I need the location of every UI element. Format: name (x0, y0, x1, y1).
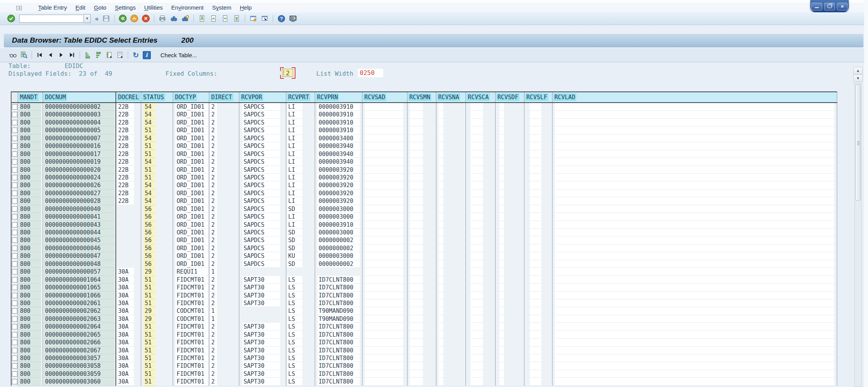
cell-rcvsca[interactable] (466, 331, 496, 339)
cell-rcvsdf[interactable] (496, 158, 524, 166)
cell-rcvlad[interactable] (553, 213, 837, 221)
cell-docrel[interactable]: 30A (116, 307, 141, 315)
cell-docrel[interactable]: 30A (116, 339, 141, 346)
cell-rcvprt[interactable]: LS (286, 331, 315, 339)
table-row[interactable]: 800000000000000206430A51FIDCMT012SAPT30L… (12, 323, 837, 331)
cell-rcvsad[interactable] (362, 158, 407, 166)
row-checkbox[interactable] (12, 143, 17, 149)
cell-docrel[interactable]: 30A (116, 347, 141, 354)
table-row[interactable]: 800000000000000001622B51ORD_ID012SAPDCSL… (12, 142, 837, 150)
cell-docnum[interactable]: 0000000000000040 (43, 205, 116, 213)
cell-rcvlad[interactable] (553, 181, 837, 189)
set-values-button[interactable] (105, 50, 114, 60)
cell-rcvlad[interactable] (553, 166, 837, 174)
window-menu-icon[interactable] (16, 5, 22, 10)
cell-rcvsna[interactable] (436, 119, 466, 126)
cell-rcvprn[interactable]: T90MAND090 (315, 315, 362, 323)
cell-rcvsmn[interactable] (407, 362, 436, 370)
cell-rcvlad[interactable] (553, 292, 837, 299)
cell-rcvslf[interactable] (524, 181, 553, 189)
cell-doctyp[interactable]: ORD_ID01 (173, 197, 209, 205)
cell-status[interactable]: 54 (141, 197, 173, 205)
cell-doctyp[interactable]: ORD_ID01 (173, 158, 209, 166)
cell-rcvsca[interactable] (466, 197, 496, 205)
new-session-button[interactable] (249, 14, 258, 23)
table-row[interactable]: 800000000000000002622B54ORD_ID012SAPDCSL… (12, 181, 837, 189)
cell-rcvsmn[interactable] (407, 252, 436, 260)
cell-rcvsmn[interactable] (407, 150, 436, 158)
vertical-scrollbar-track[interactable] (855, 83, 861, 387)
cell-rcvsna[interactable] (436, 166, 466, 174)
cell-rcvsdf[interactable] (496, 142, 524, 150)
row-checkbox[interactable] (12, 253, 17, 259)
cell-rcvsmn[interactable] (407, 244, 436, 252)
cell-doctyp[interactable]: ORD_ID01 (173, 205, 209, 213)
cell-rcvsad[interactable] (362, 135, 407, 142)
cell-rcvsmn[interactable] (407, 370, 436, 378)
row-checkbox[interactable] (12, 167, 17, 173)
row-checkbox[interactable] (12, 198, 17, 204)
cell-rcvprn[interactable]: T90MAND090 (315, 307, 362, 315)
cell-rcvpor[interactable] (239, 315, 286, 323)
cell-rcvslf[interactable] (524, 370, 553, 378)
table-row[interactable]: 800000000000000106430A51FIDCMT012SAPT30L… (12, 276, 837, 284)
cell-docrel[interactable]: 30A (116, 362, 141, 370)
cell-rcvsca[interactable] (466, 354, 496, 362)
cell-rcvpor[interactable]: SAPDCS (239, 244, 286, 252)
cell-status[interactable]: 29 (141, 307, 173, 315)
cell-doctyp[interactable]: CODCMT01 (173, 315, 209, 323)
cell-doctyp[interactable]: ORD_ID01 (173, 189, 209, 197)
cell-rcvsad[interactable] (362, 244, 407, 252)
cell-rcvprt[interactable]: SD (286, 260, 315, 268)
cell-rcvprt[interactable] (286, 268, 315, 276)
cell-docnum[interactable]: 0000000000002064 (43, 323, 116, 331)
cell-mandt[interactable]: 800 (18, 221, 43, 229)
cell-rcvsmn[interactable] (407, 126, 436, 134)
cell-doctyp[interactable]: ORD_ID01 (173, 174, 209, 181)
cell-rcvsad[interactable] (362, 181, 407, 189)
cell-rcvprt[interactable]: LS (286, 354, 315, 362)
cell-status[interactable]: 51 (141, 284, 173, 291)
cell-doctyp[interactable]: FIDCMT01 (173, 323, 209, 331)
collapse-toolbar-icon[interactable]: « (95, 15, 98, 22)
cell-direct[interactable]: 2 (209, 244, 239, 252)
cell-rcvsdf[interactable] (496, 378, 524, 385)
cell-rcvsca[interactable] (466, 284, 496, 291)
cell-direct[interactable]: 2 (209, 166, 239, 174)
cell-docrel[interactable] (116, 260, 141, 268)
cell-docnum[interactable]: 0000000000001064 (43, 276, 116, 284)
cell-rcvsna[interactable] (436, 362, 466, 370)
cell-rcvprn[interactable]: ID7CLNT800 (315, 323, 362, 331)
list-width-value[interactable]: 0250 (358, 69, 383, 77)
table-row[interactable]: 800000000000000004056ORD_ID012SAPDCSSD00… (12, 205, 837, 213)
table-row[interactable]: 800000000000000305830A51FIDCMT012SAPT30L… (12, 362, 837, 370)
cell-mandt[interactable]: 800 (18, 213, 43, 221)
cell-mandt[interactable]: 800 (18, 189, 43, 197)
cell-rcvsca[interactable] (466, 126, 496, 134)
cell-rcvpor[interactable]: SAPDCS (239, 189, 286, 197)
table-row[interactable]: 800000000000000306030A51FIDCMT012SAPT30L… (12, 378, 837, 385)
cell-rcvprt[interactable]: LI (286, 181, 315, 189)
cell-rcvsdf[interactable] (496, 339, 524, 346)
cell-rcvslf[interactable] (524, 158, 553, 166)
choose-fields-button[interactable] (115, 50, 125, 60)
cell-rcvprt[interactable]: KU (286, 252, 315, 260)
cell-rcvslf[interactable] (524, 150, 553, 158)
cell-status[interactable]: 54 (141, 111, 173, 118)
cell-doctyp[interactable]: ORD_ID01 (173, 213, 209, 221)
cell-rcvsdf[interactable] (496, 221, 524, 229)
table-row[interactable]: 800000000000000206730A51FIDCMT012SAPT30L… (12, 347, 837, 354)
cell-rcvlad[interactable] (553, 236, 837, 244)
cell-direct[interactable]: 2 (209, 181, 239, 189)
row-checkbox[interactable] (12, 348, 17, 353)
cell-docrel[interactable]: 22B (116, 174, 141, 181)
cell-rcvsdf[interactable] (496, 347, 524, 354)
cell-docrel[interactable]: 22B (116, 150, 141, 158)
cell-status[interactable]: 56 (141, 213, 173, 221)
cell-rcvlad[interactable] (553, 299, 837, 307)
cell-rcvprn[interactable]: 0000003000 (315, 213, 362, 221)
cell-rcvsdf[interactable] (496, 150, 524, 158)
cell-direct[interactable]: 2 (209, 347, 239, 354)
cell-direct[interactable]: 2 (209, 252, 239, 260)
cell-status[interactable]: 51 (141, 276, 173, 284)
